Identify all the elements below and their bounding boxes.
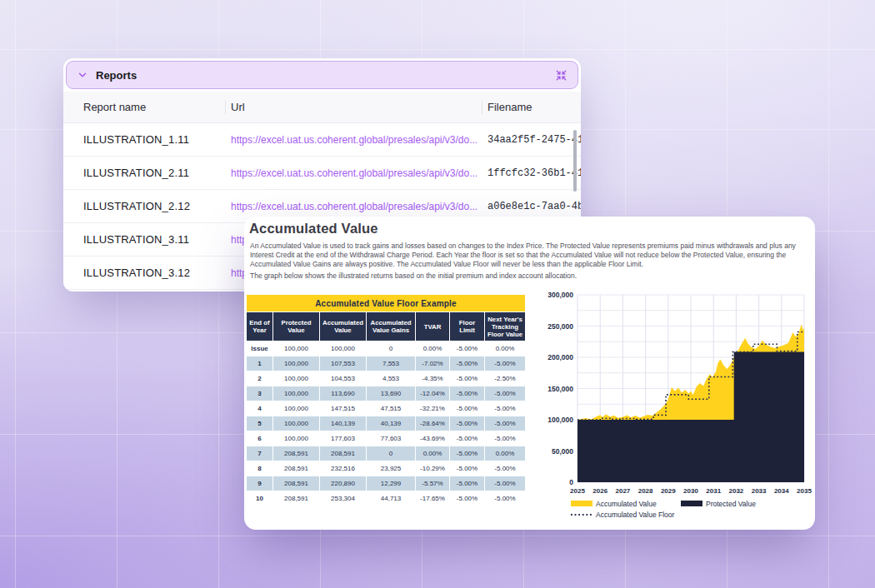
floor-table-cell: 7,553 <box>367 356 415 371</box>
chart-svg: 050,000100,000150,000200,000250,000300,0… <box>536 288 812 528</box>
floor-table-cell: 9 <box>247 476 272 491</box>
floor-table-cell: 147,515 <box>320 401 366 416</box>
floor-table-cell: 23,925 <box>367 461 415 476</box>
floor-table-header-cell: Next Year's Tracking Floor Value <box>485 312 525 341</box>
svg-text:300,000: 300,000 <box>548 291 573 299</box>
floor-table-header-cell: Accumulated Value <box>320 312 366 341</box>
floor-table-cell: -5.00% <box>450 356 484 371</box>
column-divider <box>482 101 482 114</box>
floor-table-cell: 100,000 <box>273 386 319 401</box>
floor-table-cell: 100,000 <box>273 371 319 386</box>
svg-text:2028: 2028 <box>638 487 653 495</box>
floor-table-header-cell: TVAR <box>416 312 449 341</box>
report-url-link[interactable]: https://excel.uat.us.coherent.global/pre… <box>231 134 488 146</box>
svg-text:Accumulated Value: Accumulated Value <box>596 500 657 508</box>
floor-table-cell: 7 <box>247 446 272 461</box>
reports-panel-header[interactable]: Reports <box>66 61 578 89</box>
document-panel: Accumulated Value An Accumulated Value i… <box>244 217 815 530</box>
vertical-scrollbar[interactable] <box>573 130 577 192</box>
report-name: ILLUSTRATION_1.11 <box>63 133 231 146</box>
svg-text:100,000: 100,000 <box>548 416 573 424</box>
report-url-link[interactable]: https://excel.uat.us.coherent.global/pre… <box>231 201 488 212</box>
floor-table-cell: -5.00% <box>450 401 484 416</box>
floor-example-table: Accumulated Value Floor Example End of Y… <box>247 295 525 506</box>
floor-table-cell: 10 <box>247 491 272 506</box>
column-header-url: Url <box>231 101 488 113</box>
floor-table-cell: -12.04% <box>416 386 449 401</box>
floor-table-cell: Issue <box>247 341 272 356</box>
report-filename: a06e8e1c-7aa0-4b3l <box>488 201 581 212</box>
table-row[interactable]: ILLUSTRATION_1.11https://excel.uat.us.co… <box>63 123 581 157</box>
floor-table-cell: -5.00% <box>485 401 525 416</box>
collapse-arrows-icon[interactable] <box>555 69 568 82</box>
floor-table-cell: -10.29% <box>416 461 449 476</box>
floor-table-cell: 8 <box>247 461 272 476</box>
floor-table-cell: -5.00% <box>450 416 484 431</box>
floor-table-cell: 12,299 <box>367 476 415 491</box>
floor-table-cell: -28.64% <box>416 416 449 431</box>
floor-table-cell: 100,000 <box>273 431 319 446</box>
svg-text:0: 0 <box>569 478 573 486</box>
floor-table-cell: -5.00% <box>450 431 484 446</box>
floor-table-cell: -32.21% <box>416 401 449 416</box>
floor-table-cell: -5.00% <box>450 341 484 356</box>
floor-table-cell: -5.00% <box>450 461 484 476</box>
floor-table-cell: 0.00% <box>416 341 449 356</box>
column-divider <box>225 101 226 114</box>
svg-text:200,000: 200,000 <box>548 353 573 361</box>
floor-table-cell: 100,000 <box>320 341 366 356</box>
floor-table-cell: 113,690 <box>320 386 366 401</box>
floor-table-header-cell: Protected Value <box>273 312 319 341</box>
svg-text:50,000: 50,000 <box>552 447 573 456</box>
chevron-down-icon[interactable] <box>77 69 88 81</box>
table-row[interactable]: ILLUSTRATION_2.11https://excel.uat.us.co… <box>63 157 581 190</box>
floor-table-cell: 100,000 <box>273 401 319 416</box>
floor-table-cell: -5.00% <box>485 386 525 401</box>
floor-table-cell: -7.02% <box>416 356 449 371</box>
floor-table-cell: -43.69% <box>416 431 449 446</box>
svg-text:2029: 2029 <box>661 487 676 495</box>
column-header-filename: Filename <box>488 101 581 113</box>
column-header-report-name: Report name <box>63 101 231 113</box>
floor-table-header-cell: Floor Limit <box>450 312 484 341</box>
floor-table-cell: 100,000 <box>273 356 319 371</box>
floor-table-cell: -5.00% <box>485 356 525 371</box>
floor-table-cell: 5 <box>247 416 272 431</box>
floor-table-cell: 0.00% <box>485 341 525 356</box>
floor-table-cell: 208,591 <box>273 491 319 506</box>
report-url-link[interactable]: https://excel.uat.us.coherent.global/pre… <box>231 167 488 179</box>
floor-table-cell: 4 <box>247 401 272 416</box>
floor-table-cell: -5.00% <box>485 476 525 491</box>
floor-table-cell: 1 <box>247 356 272 371</box>
floor-table-cell: 2 <box>247 371 272 386</box>
floor-table-cell: 3 <box>247 386 272 401</box>
floor-table-cell: 232,516 <box>320 461 366 476</box>
floor-table-cell: 140,139 <box>320 416 366 431</box>
document-paragraph: An Accumulated Value is used to track ga… <box>250 242 807 269</box>
report-name: ILLUSTRATION_2.11 <box>63 167 231 179</box>
svg-text:Accumulated Value Floor: Accumulated Value Floor <box>596 511 675 519</box>
floor-table-header-cell: End of Year <box>247 312 272 341</box>
floor-table-cell: -5.57% <box>416 476 449 491</box>
floor-table-cell: 44,713 <box>367 491 415 506</box>
floor-table-cell: 0.00% <box>416 446 449 461</box>
floor-table-cell: -5.00% <box>485 461 525 476</box>
document-title: Accumulated Value <box>249 221 378 237</box>
floor-table-cell: 0.00% <box>485 446 525 461</box>
floor-table-cell: 0 <box>367 446 415 461</box>
report-filename: 34aa2f5f-2475-410b <box>488 134 581 146</box>
report-name: ILLUSTRATION_3.12 <box>63 267 231 279</box>
floor-table-cell: -2.50% <box>485 371 525 386</box>
floor-table-cell: -5.00% <box>450 386 484 401</box>
svg-text:2030: 2030 <box>683 487 698 495</box>
floor-table-cell: -5.00% <box>450 446 484 461</box>
floor-table-cell: -4.35% <box>416 371 449 386</box>
chart-legend: Accumulated ValueProtected ValueAccumula… <box>571 500 756 519</box>
floor-table-cell: 107,553 <box>320 356 366 371</box>
floor-table-cell: 208,591 <box>273 476 319 491</box>
reports-panel-title: Reports <box>96 69 137 82</box>
floor-table-cell: 208,591 <box>273 461 319 476</box>
svg-text:2026: 2026 <box>592 487 608 495</box>
floor-table-cell: 77,603 <box>367 431 415 446</box>
svg-text:2031: 2031 <box>706 487 721 495</box>
